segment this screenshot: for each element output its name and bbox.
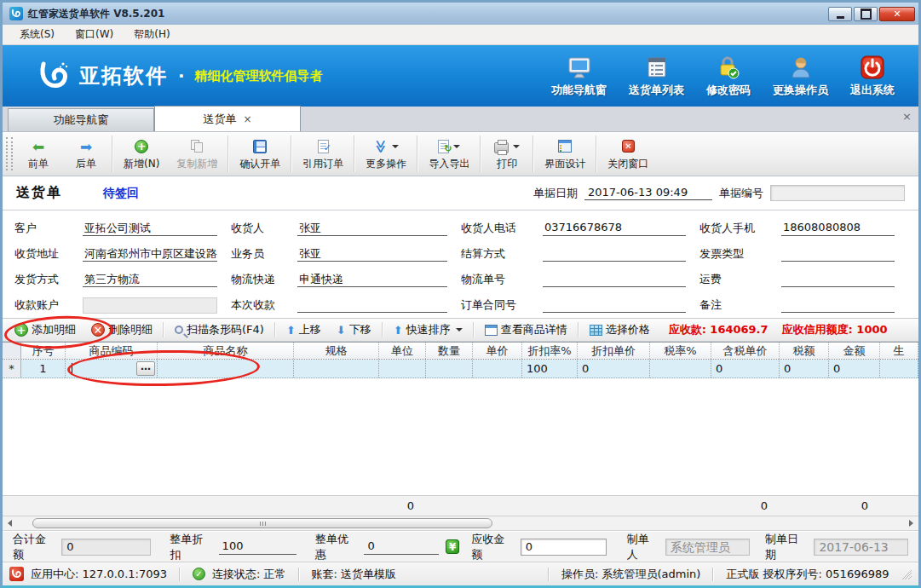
scrollbar-track[interactable]: [17, 516, 904, 530]
cell-spec[interactable]: [294, 360, 379, 378]
col-amount[interactable]: 金额: [829, 343, 880, 359]
customer-field[interactable]: 亚拓公司测试: [83, 221, 217, 236]
col-spec[interactable]: 规格: [294, 343, 379, 359]
copy-new-button[interactable]: 复制新增: [168, 132, 226, 176]
col-discount-rate[interactable]: 折扣率%: [522, 343, 578, 359]
tab-close-icon[interactable]: ×: [243, 113, 251, 125]
order-discount-field[interactable]: 100: [219, 539, 296, 555]
logistics-field[interactable]: 申通快递: [297, 272, 447, 287]
horizontal-scrollbar[interactable]: [3, 516, 918, 531]
col-qty[interactable]: 数量: [426, 343, 473, 359]
col-tax-amount[interactable]: 税额: [780, 343, 829, 359]
scroll-left-arrow-icon[interactable]: [3, 516, 17, 530]
due-amount-field[interactable]: 0: [521, 539, 607, 556]
select-price-button[interactable]: 选择价格: [584, 320, 655, 339]
col-product-name[interactable]: 商品名称: [158, 343, 294, 359]
scroll-right-arrow-icon[interactable]: [904, 516, 918, 530]
contract-no-field[interactable]: [543, 297, 686, 313]
scrollbar-thumb[interactable]: [32, 518, 492, 528]
contract-no-label: 订单合同号: [461, 297, 536, 313]
yen-icon[interactable]: ¥: [446, 539, 459, 554]
cell-tax-incl-price[interactable]: 0: [711, 360, 780, 378]
cell-tax-amount[interactable]: 0: [780, 360, 829, 378]
cell-product-code[interactable]: [66, 360, 158, 378]
nav-window-button[interactable]: 功能导航窗: [551, 55, 607, 98]
save-icon: [253, 138, 267, 155]
cell-tax-rate[interactable]: [650, 360, 711, 378]
cell-truncated[interactable]: [880, 360, 918, 378]
delete-detail-button[interactable]: ✕ 删除明细: [86, 320, 158, 339]
doc-number-label: 单据编号: [719, 186, 763, 201]
order-promo-field[interactable]: 0: [364, 539, 439, 555]
doc-number-field[interactable]: [770, 185, 905, 201]
delivery-list-button[interactable]: 送货单列表: [629, 55, 684, 98]
more-actions-button[interactable]: ≫ 更多操作: [357, 132, 415, 176]
close-button[interactable]: [879, 7, 915, 21]
reference-order-button[interactable]: 引用订单: [294, 132, 352, 176]
scan-barcode-button[interactable]: 扫描条形码(F4): [170, 320, 269, 339]
col-discount-price[interactable]: 折扣单价: [578, 343, 650, 359]
cell-discount-rate[interactable]: 100: [522, 360, 578, 378]
print-button[interactable]: 打印: [483, 132, 531, 176]
tab-nav-window[interactable]: 功能导航窗: [8, 108, 154, 131]
tracking-no-field[interactable]: [543, 272, 686, 287]
move-down-button[interactable]: ⬇ 下移: [331, 320, 377, 339]
new-button[interactable]: + 新增(N): [115, 132, 168, 176]
cell-product-name[interactable]: [158, 360, 294, 378]
consignee-phone-field[interactable]: 03716678678: [543, 221, 686, 236]
menu-system[interactable]: 系统(S): [11, 25, 63, 44]
freight-field[interactable]: [781, 272, 895, 287]
total-amount-field[interactable]: 0: [61, 539, 151, 556]
col-product-code[interactable]: 商品编码: [66, 343, 158, 359]
next-order-button[interactable]: ➡ 后单: [62, 132, 110, 176]
add-detail-button[interactable]: + 添加明细: [9, 320, 81, 339]
move-up-button[interactable]: ⬆ 上移: [281, 320, 326, 339]
cell-unit-price[interactable]: [473, 360, 522, 378]
menu-window[interactable]: 窗口(W): [66, 25, 122, 44]
doc-date-field[interactable]: 2017-06-13 09:49: [584, 186, 712, 200]
resize-grip[interactable]: [901, 569, 912, 579]
shipping-method-field[interactable]: 第三方物流: [83, 272, 217, 287]
interface-design-button[interactable]: 界面设计: [536, 132, 594, 176]
cell-discount-price[interactable]: 0: [578, 360, 650, 378]
switch-operator-button[interactable]: 更换操作员: [773, 55, 828, 98]
minimize-button[interactable]: [828, 7, 852, 21]
cell-seq[interactable]: 1: [21, 360, 66, 378]
col-unit[interactable]: 单位: [379, 343, 426, 359]
cell-qty[interactable]: [426, 360, 473, 378]
remark-field[interactable]: [781, 297, 895, 313]
cell-amount[interactable]: 0: [829, 360, 880, 378]
tab-delivery-order[interactable]: 送货单 ×: [154, 106, 301, 131]
invoice-type-field[interactable]: [781, 246, 895, 262]
salesman-field[interactable]: 张亚: [297, 246, 447, 262]
import-export-button[interactable]: 导入导出: [420, 132, 478, 176]
brand-block: 亚拓软件 · 精细化管理软件倡导者: [37, 59, 323, 93]
col-seq[interactable]: 序号: [21, 343, 66, 359]
close-window-button[interactable]: 关闭窗口: [599, 132, 657, 176]
exit-system-button[interactable]: 退出系统: [850, 55, 895, 98]
receiving-account-field[interactable]: [83, 297, 217, 314]
maximize-button[interactable]: [854, 7, 878, 21]
change-password-button[interactable]: 修改密码: [706, 55, 751, 98]
consignee-field[interactable]: 张亚: [297, 221, 447, 236]
grid-corner: [3, 343, 21, 359]
col-tax-incl-price[interactable]: 含税单价: [711, 343, 780, 359]
payment-now-field[interactable]: [297, 297, 447, 313]
cell-unit[interactable]: [379, 360, 426, 378]
quick-sort-button[interactable]: ⬆ 快速排序: [389, 320, 468, 339]
prev-order-button[interactable]: ⬅ 前单: [14, 132, 62, 176]
col-tax-rate[interactable]: 税率%: [650, 343, 711, 359]
col-truncated[interactable]: 生: [880, 343, 918, 359]
tabstrip-close-icon[interactable]: ×: [902, 110, 912, 123]
address-field[interactable]: 河南省郑州市中原区建设路: [83, 246, 217, 262]
menu-help[interactable]: 帮助(H): [125, 25, 178, 44]
confirm-billing-button[interactable]: 确认开单: [231, 132, 289, 176]
lookup-ellipsis-button[interactable]: [136, 361, 155, 376]
settlement-field[interactable]: [543, 246, 686, 262]
view-product-detail-button[interactable]: 查看商品详情: [480, 320, 573, 339]
grid-data-row[interactable]: * 1 100 0 0 0 0: [3, 360, 918, 378]
col-unit-price[interactable]: 单价: [473, 343, 522, 359]
list-icon: [644, 55, 670, 80]
arrow-left-icon: ⬅: [32, 138, 44, 155]
consignee-mobile-field[interactable]: 18608080808: [781, 221, 895, 236]
